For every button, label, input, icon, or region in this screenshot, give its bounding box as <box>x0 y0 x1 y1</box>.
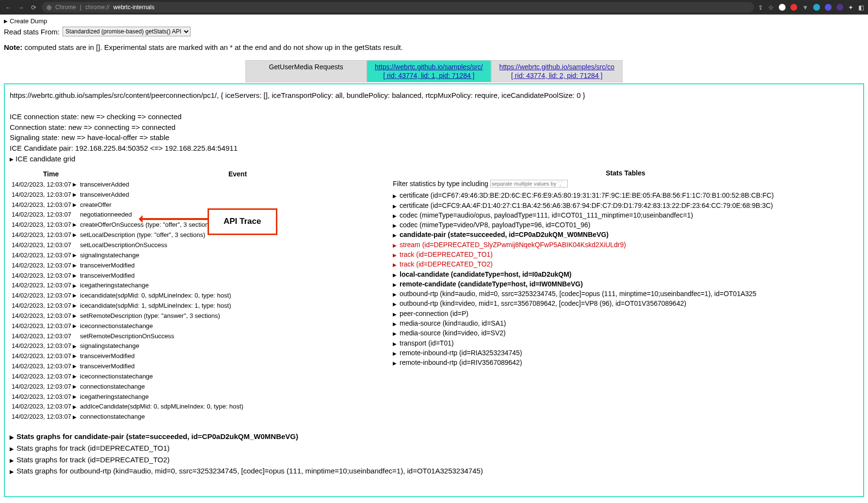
disclosure-icon[interactable]: ▶ <box>393 350 398 358</box>
disclosure-icon[interactable]: ▶ <box>393 311 398 318</box>
stat-item[interactable]: ▶stream (id=DEPRECATED_SlyZPwmij8NqekQFw… <box>393 240 858 250</box>
disclosure-icon[interactable]: ▶ <box>393 213 398 220</box>
disclosure-icon[interactable]: ▶ <box>10 446 14 452</box>
event-row[interactable]: 14/02/2023, 12:03:07▶icegatheringstatech… <box>10 281 383 291</box>
disclosure-icon[interactable]: ▶ <box>73 262 77 269</box>
stat-item[interactable]: ▶codec (mimeType=audio/opus, payloadType… <box>393 210 858 220</box>
event-row[interactable]: 14/02/2023, 12:03:07▶transceiverModified <box>10 261 383 271</box>
stat-item[interactable]: ▶certificate (id=CFC9:AA:4F:D1:40:27:C1:… <box>393 201 858 210</box>
event-row[interactable]: 14/02/2023, 12:03:07▶icecandidate(sdpMid… <box>10 301 383 311</box>
stats-graph-toggle[interactable]: ▶Stats graphs for track (id=DEPRECATED_T… <box>10 442 858 454</box>
disclosure-icon[interactable]: ▶ <box>393 321 398 328</box>
disclosure-icon[interactable]: ▶ <box>393 193 398 200</box>
create-dump-toggle[interactable]: Create Dump <box>4 17 864 25</box>
event-row[interactable]: 14/02/2023, 12:03:07▶transceiverModified <box>10 362 383 372</box>
event-row[interactable]: 14/02/2023, 12:03:07▶addIceCandidate(sdp… <box>10 402 383 412</box>
disclosure-icon[interactable]: ▶ <box>393 222 398 230</box>
ext-icon-6[interactable] <box>836 4 843 11</box>
filter-input[interactable] <box>490 180 568 188</box>
ext-icon-2[interactable] <box>790 4 797 11</box>
stat-item[interactable]: ▶outbound-rtp (kind=video, mid=1, ssrc=3… <box>393 299 858 308</box>
disclosure-icon[interactable]: ▶ <box>73 373 77 380</box>
disclosure-icon[interactable]: ▶ <box>73 323 77 330</box>
event-row[interactable]: 14/02/2023, 12:03:07▶transceiverAdded <box>10 190 383 200</box>
disclosure-icon[interactable]: ▶ <box>73 313 77 320</box>
event-row[interactable]: 14/02/2023, 12:03:07▶connectionstatechan… <box>10 382 383 392</box>
address-bar[interactable]: ◎ Chrome | chrome://webrtc-internals <box>42 2 754 13</box>
ice-grid-toggle[interactable]: ICE candidate grid <box>10 154 858 164</box>
event-row[interactable]: 14/02/2023, 12:03:07▶transceiverModified <box>10 351 383 362</box>
event-row[interactable]: 14/02/2023, 12:03:07▶createOffer <box>10 200 383 210</box>
ext-icon-3[interactable]: ▼ <box>802 4 808 11</box>
disclosure-icon[interactable]: ▶ <box>10 457 14 463</box>
disclosure-icon[interactable]: ▶ <box>73 191 77 199</box>
stat-item[interactable]: ▶media-source (kind=audio, id=SA1) <box>393 318 858 328</box>
event-row[interactable]: 14/02/2023, 12:03:07▶setLocalDescription… <box>10 230 383 240</box>
ext-icon-1[interactable] <box>779 4 786 11</box>
ext-icon-4[interactable] <box>813 4 820 11</box>
disclosure-icon[interactable]: ▶ <box>393 291 398 299</box>
disclosure-icon[interactable]: ▶ <box>393 262 398 269</box>
disclosure-icon[interactable]: ▶ <box>393 341 398 348</box>
stats-graph-toggle[interactable]: ▶Stats graphs for candidate-pair (state=… <box>10 431 858 442</box>
event-row[interactable]: 14/02/2023, 12:03:07▶createOfferOnSucces… <box>10 220 383 230</box>
disclosure-icon[interactable]: ▶ <box>393 272 398 279</box>
tab-link[interactable]: https://webrtc.github.io/samples/src/ <box>375 63 483 71</box>
event-row[interactable]: 14/02/2023, 12:03:07▶iceconnectionstatec… <box>10 372 383 382</box>
disclosure-icon[interactable]: ▶ <box>73 202 77 209</box>
stat-item[interactable]: ▶peer-connection (id=P) <box>393 309 858 318</box>
stat-item[interactable]: ▶remote-candidate (candidateType=host, i… <box>393 279 858 289</box>
event-row[interactable]: 14/02/2023, 12:03:07▶connectionstatechan… <box>10 412 383 422</box>
back-button[interactable]: ← <box>4 3 13 12</box>
disclosure-icon[interactable]: ▶ <box>73 383 77 391</box>
disclosure-icon[interactable]: ▶ <box>393 203 398 210</box>
stat-item[interactable]: ▶candidate-pair (state=succeeded, id=CP0… <box>393 230 858 239</box>
event-row[interactable]: 14/02/2023, 12:03:07▶signalingstatechang… <box>10 341 383 351</box>
disclosure-icon[interactable]: ▶ <box>73 404 77 411</box>
disclosure-icon[interactable]: ▶ <box>73 272 77 280</box>
forward-button[interactable]: → <box>16 3 25 12</box>
disclosure-icon[interactable]: ▶ <box>73 232 77 239</box>
disclosure-icon[interactable]: ▶ <box>393 330 398 338</box>
read-stats-select[interactable]: Standardized (promise-based) getStats() … <box>63 27 191 36</box>
stat-item[interactable]: ▶outbound-rtp (kind=audio, mid=0, ssrc=3… <box>393 289 858 299</box>
event-row[interactable]: 14/02/2023, 12:03:07▶icegatheringstatech… <box>10 392 383 402</box>
event-row[interactable]: 14/02/2023, 12:03:07▶icecandidate(sdpMid… <box>10 291 383 301</box>
event-row[interactable]: 14/02/2023, 12:03:07▶transceiverAdded <box>10 180 383 190</box>
bookmark-icon[interactable]: ☆ <box>768 4 774 11</box>
event-row[interactable]: 14/02/2023, 12:03:07▶setRemoteDescriptio… <box>10 331 383 342</box>
disclosure-icon[interactable]: ▶ <box>73 283 77 290</box>
disclosure-icon[interactable]: ▶ <box>73 393 77 401</box>
disclosure-icon[interactable]: ▶ <box>393 360 398 367</box>
disclosure-icon[interactable]: ▶ <box>73 343 77 350</box>
disclosure-icon[interactable]: ▶ <box>393 301 398 308</box>
stat-item[interactable]: ▶media-source (kind=video, id=SV2) <box>393 328 858 338</box>
ext-icon-5[interactable] <box>825 4 832 11</box>
event-row[interactable]: 14/02/2023, 12:03:07▶signalingstatechang… <box>10 251 383 261</box>
extensions-icon[interactable]: ✦ <box>848 4 853 11</box>
stats-graph-toggle[interactable]: ▶Stats graphs for track (id=DEPRECATED_T… <box>10 454 858 466</box>
tab-1[interactable]: https://webrtc.github.io/samples/src/[ r… <box>367 60 491 82</box>
tab-link[interactable]: https://webrtc.github.io/samples/src/co <box>499 63 614 71</box>
stats-graph-toggle[interactable]: ▶Stats graphs for outbound-rtp (kind=aud… <box>10 465 858 477</box>
disclosure-icon[interactable]: ▶ <box>393 282 398 289</box>
disclosure-icon[interactable]: ▶ <box>73 221 77 229</box>
stat-item[interactable]: ▶local-candidate (candidateType=host, id… <box>393 269 858 279</box>
event-row[interactable]: 14/02/2023, 12:03:07▶iceconnectionstatec… <box>10 321 383 331</box>
reload-button[interactable]: ⟳ <box>29 3 38 12</box>
disclosure-icon[interactable]: ▶ <box>73 363 77 370</box>
disclosure-icon[interactable]: ▶ <box>73 252 77 259</box>
disclosure-icon[interactable]: ▶ <box>73 292 77 299</box>
disclosure-icon[interactable]: ▶ <box>393 232 398 239</box>
stat-item[interactable]: ▶codec (mimeType=video/VP8, payloadType=… <box>393 220 858 230</box>
tab-0[interactable]: GetUserMedia Requests <box>245 60 367 82</box>
disclosure-icon[interactable]: ▶ <box>73 414 77 421</box>
event-row[interactable]: 14/02/2023, 12:03:07▶setRemoteDescriptio… <box>10 311 383 321</box>
stat-item[interactable]: ▶track (id=DEPRECATED_TO2) <box>393 259 858 269</box>
disclosure-icon[interactable]: ▶ <box>73 353 77 360</box>
stat-item[interactable]: ▶transport (id=T01) <box>393 338 858 348</box>
stat-item[interactable]: ▶certificate (id=CF67:49:46:3D:BE:2D:6C:… <box>393 190 858 200</box>
event-row[interactable]: 14/02/2023, 12:03:07▶transceiverModified <box>10 271 383 281</box>
event-row[interactable]: 14/02/2023, 12:03:07▶setLocalDescription… <box>10 240 383 251</box>
disclosure-icon[interactable]: ▶ <box>73 181 77 189</box>
